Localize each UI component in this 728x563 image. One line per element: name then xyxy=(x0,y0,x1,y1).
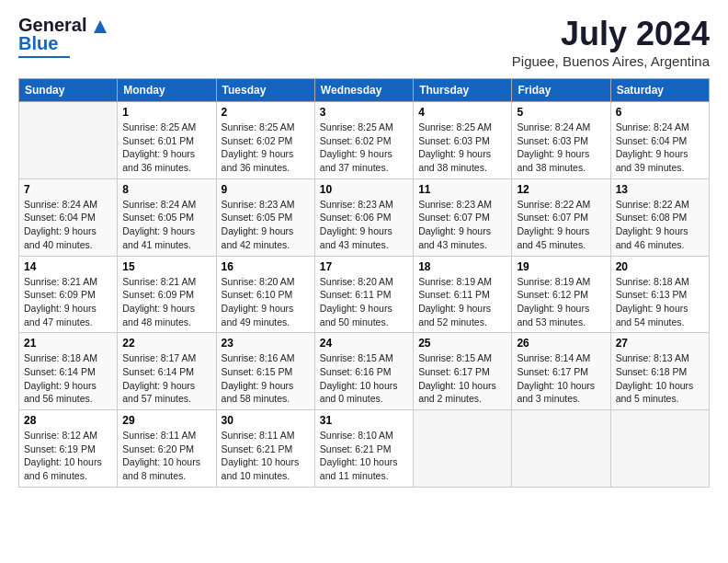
sunset-text: Sunset: 6:18 PM xyxy=(616,366,688,377)
day-number: 8 xyxy=(122,183,210,196)
daylight-text: Daylight: 9 hours and 46 minutes. xyxy=(616,225,688,250)
sunrise-text: Sunrise: 8:24 AM xyxy=(24,199,97,210)
day-cell-w4-d1: 21Sunrise: 8:18 AMSunset: 6:14 PMDayligh… xyxy=(19,333,118,410)
day-number: 25 xyxy=(418,337,506,350)
daylight-text: Daylight: 9 hours and 36 minutes. xyxy=(122,148,195,173)
day-info: Sunrise: 8:22 AMSunset: 6:08 PMDaylight:… xyxy=(616,198,704,252)
sunset-text: Sunset: 6:13 PM xyxy=(616,289,688,300)
sunrise-text: Sunrise: 8:20 AM xyxy=(320,276,393,287)
sunset-text: Sunset: 6:05 PM xyxy=(222,212,293,223)
day-info: Sunrise: 8:15 AMSunset: 6:16 PMDaylight:… xyxy=(320,351,408,406)
day-cell-w2-d1: 7Sunrise: 8:24 AMSunset: 6:04 PMDaylight… xyxy=(19,178,118,256)
day-cell-w2-d7: 13Sunrise: 8:22 AMSunset: 6:08 PMDayligh… xyxy=(610,178,709,256)
sunset-text: Sunset: 6:01 PM xyxy=(122,135,194,146)
day-number: 5 xyxy=(517,106,605,119)
day-info: Sunrise: 8:16 AMSunset: 6:15 PMDaylight:… xyxy=(222,351,310,406)
day-cell-w3-d6: 19Sunrise: 8:19 AMSunset: 6:12 PMDayligh… xyxy=(512,256,610,333)
day-cell-w1-d3: 2Sunrise: 8:25 AMSunset: 6:02 PMDaylight… xyxy=(216,102,314,179)
daylight-text: Daylight: 9 hours and 40 minutes. xyxy=(24,225,97,250)
sunset-text: Sunset: 6:11 PM xyxy=(320,289,392,300)
daylight-text: Daylight: 9 hours and 37 minutes. xyxy=(320,148,392,173)
sunrise-text: Sunrise: 8:23 AM xyxy=(320,199,393,210)
header-tuesday: Tuesday xyxy=(216,79,314,102)
header-friday: Friday xyxy=(512,79,610,102)
header-thursday: Thursday xyxy=(414,79,512,102)
daylight-text: Daylight: 9 hours and 57 minutes. xyxy=(122,380,195,405)
daylight-text: Daylight: 10 hours and 10 minutes. xyxy=(222,456,300,481)
day-info: Sunrise: 8:25 AMSunset: 6:02 PMDaylight:… xyxy=(222,121,310,175)
day-cell-w1-d4: 3Sunrise: 8:25 AMSunset: 6:02 PMDaylight… xyxy=(314,102,413,179)
day-number: 2 xyxy=(222,106,310,119)
day-number: 12 xyxy=(517,183,605,196)
sunset-text: Sunset: 6:11 PM xyxy=(418,289,490,300)
sunrise-text: Sunrise: 8:22 AM xyxy=(616,199,689,210)
day-info: Sunrise: 8:20 AMSunset: 6:10 PMDaylight:… xyxy=(222,275,310,329)
day-info: Sunrise: 8:18 AMSunset: 6:14 PMDaylight:… xyxy=(24,351,112,406)
sunrise-text: Sunrise: 8:20 AM xyxy=(222,276,295,287)
daylight-text: Daylight: 9 hours and 54 minutes. xyxy=(616,303,688,327)
daylight-text: Daylight: 10 hours and 5 minutes. xyxy=(616,380,694,405)
sunrise-text: Sunrise: 8:10 AM xyxy=(320,430,393,441)
day-cell-w5-d3: 30Sunrise: 8:11 AMSunset: 6:21 PMDayligh… xyxy=(216,410,314,488)
day-cell-w4-d4: 24Sunrise: 8:15 AMSunset: 6:16 PMDayligh… xyxy=(314,333,413,410)
day-cell-w4-d2: 22Sunrise: 8:17 AMSunset: 6:14 PMDayligh… xyxy=(118,333,216,410)
daylight-text: Daylight: 10 hours and 6 minutes. xyxy=(24,456,102,481)
day-number: 27 xyxy=(616,337,704,350)
day-info: Sunrise: 8:18 AMSunset: 6:13 PMDaylight:… xyxy=(616,275,704,329)
day-number: 23 xyxy=(222,337,310,350)
day-number: 6 xyxy=(616,106,704,119)
calendar-table: Sunday Monday Tuesday Wednesday Thursday… xyxy=(18,78,710,488)
sunrise-text: Sunrise: 8:18 AM xyxy=(24,352,97,363)
day-number: 18 xyxy=(418,260,506,273)
sunset-text: Sunset: 6:06 PM xyxy=(320,212,392,223)
day-number: 17 xyxy=(320,260,408,273)
day-cell-w1-d1 xyxy=(19,102,118,179)
sunset-text: Sunset: 6:05 PM xyxy=(122,212,194,223)
day-info: Sunrise: 8:12 AMSunset: 6:19 PMDaylight:… xyxy=(24,429,112,483)
daylight-text: Daylight: 10 hours and 3 minutes. xyxy=(517,380,595,405)
day-number: 19 xyxy=(517,260,605,273)
sunset-text: Sunset: 6:09 PM xyxy=(122,289,194,300)
header-sunday: Sunday xyxy=(19,79,118,102)
day-info: Sunrise: 8:24 AMSunset: 6:04 PMDaylight:… xyxy=(616,121,704,175)
day-cell-w2-d4: 10Sunrise: 8:23 AMSunset: 6:06 PMDayligh… xyxy=(314,178,413,256)
day-info: Sunrise: 8:25 AMSunset: 6:02 PMDaylight:… xyxy=(320,121,408,175)
week-row-5: 28Sunrise: 8:12 AMSunset: 6:19 PMDayligh… xyxy=(19,410,710,488)
day-cell-w4-d5: 25Sunrise: 8:15 AMSunset: 6:17 PMDayligh… xyxy=(414,333,512,410)
day-number: 21 xyxy=(24,337,112,350)
day-cell-w5-d1: 28Sunrise: 8:12 AMSunset: 6:19 PMDayligh… xyxy=(19,410,118,488)
sunset-text: Sunset: 6:03 PM xyxy=(418,135,490,146)
daylight-text: Daylight: 10 hours and 8 minutes. xyxy=(122,456,200,481)
sunset-text: Sunset: 6:10 PM xyxy=(222,289,293,300)
sunrise-text: Sunrise: 8:21 AM xyxy=(24,276,97,287)
daylight-text: Daylight: 9 hours and 52 minutes. xyxy=(418,303,491,327)
daylight-text: Daylight: 9 hours and 39 minutes. xyxy=(616,148,688,173)
sunset-text: Sunset: 6:07 PM xyxy=(418,212,490,223)
day-info: Sunrise: 8:13 AMSunset: 6:18 PMDaylight:… xyxy=(616,351,704,406)
day-info: Sunrise: 8:14 AMSunset: 6:17 PMDaylight:… xyxy=(517,351,605,406)
day-cell-w5-d6 xyxy=(512,410,610,488)
day-number: 15 xyxy=(122,260,210,273)
day-number: 4 xyxy=(418,106,506,119)
title-block: July 2024 Piguee, Buenos Aires, Argentin… xyxy=(512,15,710,69)
week-row-2: 7Sunrise: 8:24 AMSunset: 6:04 PMDaylight… xyxy=(19,178,710,256)
sunrise-text: Sunrise: 8:25 AM xyxy=(222,121,295,132)
daylight-text: Daylight: 9 hours and 43 minutes. xyxy=(418,225,491,250)
daylight-text: Daylight: 10 hours and 0 minutes. xyxy=(320,380,398,405)
day-cell-w5-d4: 31Sunrise: 8:10 AMSunset: 6:21 PMDayligh… xyxy=(314,410,413,488)
day-number: 26 xyxy=(517,337,605,350)
logo-underline xyxy=(18,56,70,58)
sunset-text: Sunset: 6:15 PM xyxy=(222,366,293,377)
calendar-header: Sunday Monday Tuesday Wednesday Thursday… xyxy=(19,79,710,102)
day-number: 10 xyxy=(320,183,408,196)
day-info: Sunrise: 8:23 AMSunset: 6:07 PMDaylight:… xyxy=(418,198,506,252)
day-number: 22 xyxy=(122,337,210,350)
day-cell-w2-d5: 11Sunrise: 8:23 AMSunset: 6:07 PMDayligh… xyxy=(414,178,512,256)
sunrise-text: Sunrise: 8:11 AM xyxy=(122,430,196,441)
sunrise-text: Sunrise: 8:18 AM xyxy=(616,276,689,287)
day-info: Sunrise: 8:24 AMSunset: 6:03 PMDaylight:… xyxy=(517,121,605,175)
daylight-text: Daylight: 9 hours and 47 minutes. xyxy=(24,303,97,327)
header-wednesday: Wednesday xyxy=(314,79,413,102)
sunrise-text: Sunrise: 8:25 AM xyxy=(320,121,393,132)
day-info: Sunrise: 8:23 AMSunset: 6:05 PMDaylight:… xyxy=(222,198,310,252)
